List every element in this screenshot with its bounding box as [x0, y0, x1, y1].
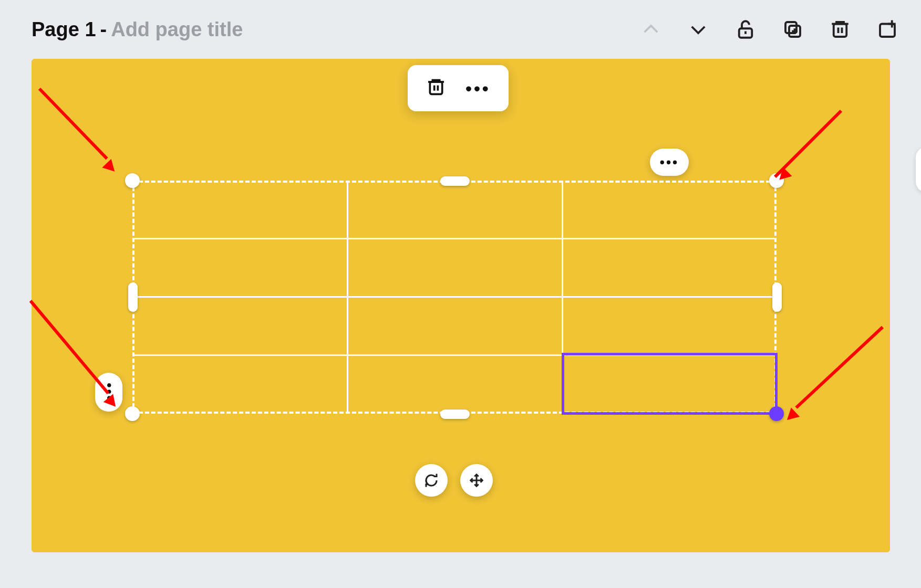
side-panel-toggle[interactable] — [916, 147, 921, 192]
delete-page-icon[interactable] — [827, 17, 853, 42]
annotation-arrow — [774, 110, 842, 178]
table-row-divider — [132, 296, 777, 298]
transform-controls — [415, 464, 493, 497]
add-page-icon[interactable] — [875, 17, 900, 42]
column-options-button[interactable]: ••• — [650, 149, 689, 176]
page-title-placeholder[interactable]: Add page title — [111, 18, 243, 41]
annotation-arrowhead — [102, 159, 119, 176]
table-row-divider — [132, 238, 777, 239]
resize-handle-right[interactable] — [772, 282, 782, 312]
resize-handle-tl[interactable] — [125, 173, 140, 188]
page-title-separator: - — [100, 18, 107, 41]
resize-handle-left[interactable] — [128, 282, 138, 312]
design-canvas[interactable]: ••• ••• ••• — [32, 59, 890, 552]
selection-toolbar: ••• — [408, 65, 509, 111]
more-options-button[interactable]: ••• — [465, 78, 491, 99]
resize-handle-bl[interactable] — [125, 406, 140, 421]
annotation-arrow — [795, 326, 884, 409]
resize-handle-bottom[interactable] — [440, 410, 470, 419]
resize-handle-top[interactable] — [440, 176, 470, 186]
rotate-button[interactable] — [415, 464, 448, 497]
unlock-icon[interactable] — [733, 17, 758, 42]
selected-cell-highlight[interactable] — [562, 353, 778, 415]
svg-rect-6 — [834, 24, 847, 37]
annotation-arrowhead — [783, 407, 800, 425]
resize-handle-br[interactable] — [769, 406, 784, 421]
delete-element-button[interactable] — [426, 77, 447, 100]
page-number-label: Page 1 — [32, 18, 96, 41]
svg-rect-12 — [430, 82, 442, 94]
page-title-group[interactable]: Page 1 - Add page title — [32, 18, 243, 41]
header-actions — [638, 17, 900, 42]
annotation-arrow — [29, 300, 109, 394]
duplicate-page-icon[interactable] — [780, 17, 805, 42]
table-col-divider — [347, 181, 348, 414]
annotation-arrow — [38, 88, 108, 160]
next-page-button[interactable] — [686, 17, 711, 42]
move-button[interactable] — [460, 464, 493, 497]
page-header: Page 1 - Add page title — [0, 0, 921, 59]
prev-page-button[interactable] — [638, 17, 664, 42]
